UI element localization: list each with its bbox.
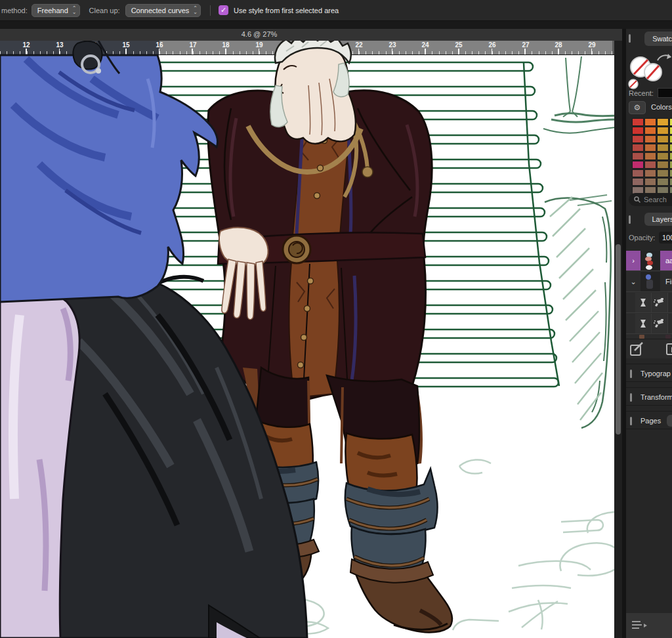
layers-list: › aa ⌄ Fir	[626, 251, 672, 339]
recent-label: Recent:	[629, 89, 654, 97]
stepper-icon: ⌃⌄	[193, 7, 198, 14]
airbrush-icon[interactable]	[652, 293, 668, 312]
right-sidebar: Swatches Recent:	[626, 29, 672, 638]
expand-chevron-icon[interactable]: ›	[626, 251, 640, 270]
color-swatch[interactable]	[669, 169, 672, 177]
collapse-chevron-icon[interactable]: ⌄	[626, 272, 640, 291]
color-swatch[interactable]	[632, 135, 644, 143]
layer-label[interactable]: aa	[660, 251, 672, 270]
color-swatch[interactable]	[657, 178, 669, 186]
list-options-icon[interactable]	[631, 620, 648, 631]
swatch-search-input[interactable]: Search	[629, 193, 672, 206]
color-swatch[interactable]	[657, 144, 669, 152]
color-swatch[interactable]	[632, 152, 644, 160]
layer-label[interactable]: L	[668, 293, 672, 312]
cleanup-value: Connected curves	[131, 7, 190, 14]
hourglass-icon[interactable]	[635, 293, 652, 312]
ruler-number: 23	[388, 41, 396, 49]
panel-drag-handle[interactable]	[629, 34, 631, 43]
panel-drag-handle[interactable]	[629, 215, 631, 224]
color-swatch[interactable]	[632, 144, 644, 152]
color-swatch[interactable]	[644, 161, 656, 169]
color-swatch[interactable]	[657, 118, 669, 126]
color-swatch[interactable]	[644, 144, 656, 152]
edit-icon[interactable]	[630, 342, 644, 356]
swap-colors-icon[interactable]	[658, 54, 671, 60]
color-swatch[interactable]	[669, 144, 672, 152]
canvas[interactable]	[0, 55, 614, 638]
layer-thumbnail[interactable]	[640, 272, 660, 291]
ruler-number: 28	[555, 41, 562, 49]
color-swatch[interactable]	[632, 178, 644, 186]
color-swatch[interactable]	[632, 127, 644, 135]
ruler-number: 21	[322, 41, 329, 49]
layer-row[interactable]: L	[626, 314, 672, 334]
check-icon: ✓	[220, 6, 226, 14]
color-swatch[interactable]	[669, 152, 672, 160]
colors-category-label[interactable]: Colors	[651, 103, 672, 111]
ruler-number: 13	[56, 41, 63, 49]
color-swatch[interactable]	[644, 118, 656, 126]
layer-row[interactable]: L	[626, 293, 672, 313]
airbrush-icon[interactable]	[652, 314, 668, 333]
color-swatch[interactable]	[669, 127, 672, 135]
color-swatch[interactable]	[632, 118, 644, 126]
color-swatch[interactable]	[657, 152, 669, 160]
color-swatch[interactable]	[657, 161, 669, 169]
toolbar-separator	[210, 5, 211, 16]
panel-typography[interactable]: Typograp	[626, 364, 672, 382]
toolbar-gap	[0, 21, 672, 29]
color-swatch[interactable]	[644, 169, 656, 177]
swatch-tools	[626, 49, 672, 89]
ruler-number: 25	[455, 41, 462, 49]
color-swatch[interactable]	[669, 135, 672, 143]
ruler-number: 16	[156, 41, 163, 49]
layer-row[interactable]: › aa	[626, 251, 672, 271]
color-swatch[interactable]	[669, 161, 672, 169]
recent-color-swatch[interactable]	[658, 88, 672, 98]
none-swatch-icon[interactable]	[629, 57, 662, 89]
stepper-icon: ⌃⌄	[72, 7, 77, 14]
pages-button[interactable]	[667, 415, 672, 427]
ruler-number: 22	[355, 41, 362, 49]
color-swatch[interactable]	[669, 118, 672, 126]
layer-label[interactable]: Fir	[660, 272, 672, 291]
gear-icon: ⚙	[634, 103, 641, 112]
layer-label[interactable]: L	[668, 314, 672, 333]
layer-row[interactable]: ⌄ Fir	[626, 272, 672, 292]
panel-transform[interactable]: Transform	[626, 387, 672, 406]
vertical-scrollbar[interactable]	[614, 41, 622, 638]
method-value: Freehand	[37, 7, 68, 14]
document-title-bar: 4.6 @ 27%	[0, 29, 622, 41]
layer-thumbnail[interactable]	[640, 251, 660, 270]
layers-footer	[626, 339, 672, 358]
scrollbar-thumb[interactable]	[616, 244, 621, 435]
horizontal-ruler[interactable]: 12 13 14 15 16 17 18 19 20 21 22 23 24 2…	[0, 41, 614, 55]
cleanup-dropdown[interactable]: Connected curves ⌃⌄	[125, 4, 201, 17]
adjustment-icon[interactable]	[665, 342, 672, 356]
tab-layers[interactable]: Layers	[644, 213, 672, 226]
swatch-options-button[interactable]: ⚙	[629, 101, 646, 114]
ruler-number: 20	[289, 41, 296, 49]
ruler-ticks-major	[26, 49, 614, 54]
color-swatch[interactable]	[644, 127, 656, 135]
method-label: method:	[1, 7, 28, 14]
opacity-value-field[interactable]: 100	[659, 232, 672, 244]
hourglass-icon[interactable]	[635, 314, 652, 333]
ruler-number: 24	[421, 41, 429, 49]
color-swatch[interactable]	[657, 169, 669, 177]
use-style-checkbox[interactable]: ✓	[219, 5, 228, 15]
color-swatch[interactable]	[644, 178, 656, 186]
method-dropdown[interactable]: Freehand ⌃⌄	[32, 4, 80, 17]
color-swatch[interactable]	[632, 169, 644, 177]
ruler-number: 17	[189, 41, 196, 49]
color-swatch[interactable]	[632, 161, 644, 169]
color-swatch[interactable]	[657, 135, 669, 143]
color-swatch[interactable]	[669, 178, 672, 186]
ruler-number: 26	[488, 41, 495, 49]
color-swatch[interactable]	[644, 135, 656, 143]
tab-swatches[interactable]: Swatches	[644, 32, 672, 46]
color-swatch[interactable]	[657, 127, 669, 135]
color-swatch[interactable]	[644, 152, 656, 160]
panel-pages[interactable]: Pages	[626, 411, 672, 429]
